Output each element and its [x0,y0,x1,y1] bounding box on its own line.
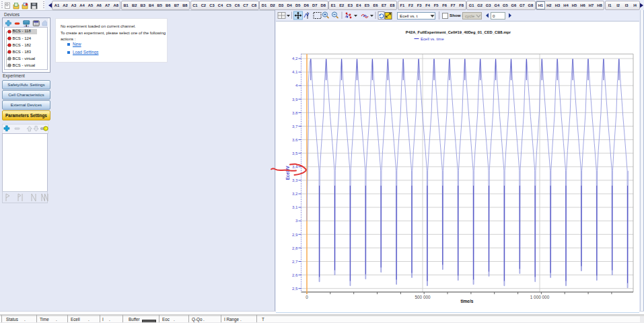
svg-text:3,9: 3,9 [292,97,298,102]
svg-text:500 000: 500 000 [415,295,431,299]
svg-text:2,9: 2,9 [292,232,298,237]
svg-text:3,2: 3,2 [292,191,298,196]
svg-text:Ecell/V: Ecell/V [285,166,290,180]
svg-text:1 000 000: 1 000 000 [530,295,550,299]
svg-text:3,3: 3,3 [292,178,298,182]
svg-text:2,6: 2,6 [292,273,298,277]
svg-text:Ecell vs. time: Ecell vs. time [421,37,444,41]
svg-text:P42A_FullExperiment_Cell#19_40: P42A_FullExperiment_Cell#19_40Deg_01_CED… [406,30,511,34]
svg-text:3,8: 3,8 [292,110,298,115]
svg-text:2,8: 2,8 [292,246,298,250]
svg-text:2,5: 2,5 [292,286,298,291]
svg-text:0: 0 [306,295,308,299]
svg-text:3,6: 3,6 [292,137,298,142]
svg-text:4,2: 4,2 [292,56,298,61]
svg-text:2,7: 2,7 [292,259,298,264]
svg-text:4,1: 4,1 [292,69,298,74]
svg-text:3,7: 3,7 [292,124,298,129]
svg-text:3,5: 3,5 [292,151,298,155]
svg-text:time/s: time/s [460,299,473,303]
svg-text:4: 4 [295,83,298,87]
svg-text:3: 3 [295,218,298,223]
svg-text:3,1: 3,1 [292,205,298,209]
